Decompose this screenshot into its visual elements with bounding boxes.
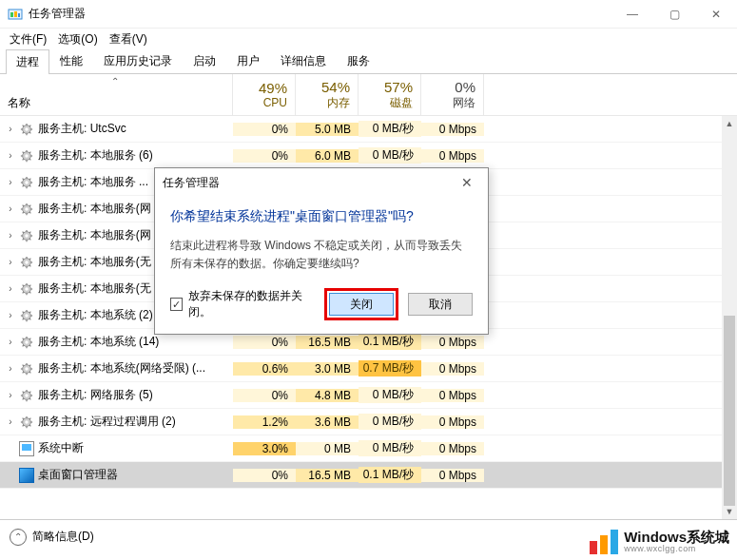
header-network[interactable]: 0% 网络 [421,74,484,115]
watermark-url: www.wxclgg.com [624,545,729,554]
svg-line-12 [23,132,24,133]
fewer-details-link[interactable]: 简略信息(D) [32,529,94,545]
expand-chevron-icon[interactable]: › [6,257,15,267]
dialog-checkbox[interactable]: ✓ 放弃未保存的数据并关闭。 [170,288,315,320]
name-cell: ›服务主机: 本地服务 (6) [0,147,233,164]
header-network-pct: 0% [455,79,475,95]
name-cell: 桌面窗口管理器 [0,467,233,483]
tab-app-history[interactable]: 应用历史记录 [93,48,183,73]
header-memory[interactable]: 54% 内存 [296,74,359,115]
tab-processes[interactable]: 进程 [6,49,49,74]
expand-chevron-icon[interactable]: › [6,124,15,134]
tab-performance[interactable]: 性能 [49,48,93,73]
cell-value: 0.7 MB/秒 [359,360,421,377]
process-name: 桌面窗口管理器 [38,467,118,483]
menu-view[interactable]: 查看(V) [106,29,151,49]
table-row[interactable]: 桌面窗口管理器0%16.5 MB0.1 MB/秒0 Mbps [0,462,737,489]
dialog-cancel-button[interactable]: 取消 [408,293,473,316]
expand-chevron-icon[interactable]: › [6,337,15,347]
svg-line-101 [29,372,30,373]
cell-value: 0.6% [233,362,296,376]
table-row[interactable]: 系统中断3.0%0 MB0 MB/秒0 Mbps [0,435,737,462]
header-name[interactable]: ⌃ 名称 [0,74,233,115]
cell-value: 0% [233,469,296,482]
expand-chevron-icon[interactable]: › [6,310,15,320]
table-row[interactable]: ›服务主机: UtcSvc0%5.0 MB0 MB/秒0 Mbps [0,116,737,143]
svg-line-73 [29,284,30,285]
cell-value: 0.1 MB/秒 [359,467,421,483]
expand-chevron-icon[interactable]: › [6,390,15,400]
cell-value: 0 MB/秒 [359,387,421,403]
dialog-close-action-button[interactable]: 关闭 [329,293,394,316]
cell-value: 0 Mbps [421,442,484,455]
expand-chevron-icon[interactable]: › [6,177,15,187]
cell-value: 3.0% [233,442,296,455]
table-row[interactable]: ›服务主机: 本地服务 (6)0%6.0 MB0 MB/秒0 Mbps [0,143,737,169]
expand-chevron-icon[interactable]: › [6,416,15,427]
gear-icon [19,335,34,350]
cell-value: 0% [233,149,296,163]
table-row[interactable]: ›服务主机: 远程过程调用 (2)1.2%3.6 MB0 MB/秒0 Mbps [0,409,737,435]
tab-startup[interactable]: 启动 [183,48,226,73]
collapse-icon[interactable]: ⌃ [10,529,27,546]
cell-value: 0 MB/秒 [359,440,421,456]
tab-users[interactable]: 用户 [226,48,270,73]
tab-strip: 进程 性能 应用历史记录 启动 用户 详细信息 服务 [0,49,737,74]
header-cpu-pct: 49% [259,80,287,96]
cell-value: 0 Mbps [421,362,484,376]
expand-chevron-icon[interactable]: › [6,363,15,374]
process-name: 服务主机: 本地系统(网络受限) (... [38,360,205,377]
svg-line-31 [29,185,30,186]
gear-icon [19,175,34,190]
tab-details[interactable]: 详细信息 [270,48,337,73]
menu-file[interactable]: 文件(F) [6,29,50,49]
menu-options[interactable]: 选项(O) [54,29,101,49]
svg-line-21 [29,159,30,160]
header-disk[interactable]: 57% 磁盘 [359,74,421,115]
table-row[interactable]: ›服务主机: 本地系统(网络受限) (...0.6%3.0 MB0.7 MB/秒… [0,356,737,382]
svg-line-93 [29,338,30,338]
svg-line-23 [29,151,30,152]
svg-line-90 [23,338,24,338]
svg-point-45 [25,234,29,238]
svg-line-52 [23,239,24,240]
confirm-dialog: 任务管理器 ✕ 你希望结束系统进程"桌面窗口管理器"吗? 结束此进程将导致 Wi… [154,167,489,335]
minimize-button[interactable]: — [611,0,653,29]
cell-value: 0 MB/秒 [359,121,421,137]
vertical-scrollbar[interactable]: ▲ ▼ [722,116,737,519]
process-name: 服务主机: UtcSvc [38,121,126,137]
cell-value: 0% [233,123,296,136]
dialog-close-button[interactable]: ✕ [454,172,480,193]
header-disk-label: 磁盘 [390,95,413,111]
process-name: 服务主机: 本地系统 (14) [38,334,159,350]
expand-chevron-icon[interactable]: › [6,230,15,241]
svg-line-41 [29,212,30,213]
cell-value: 16.5 MB [296,469,359,482]
name-cell: 系统中断 [0,440,233,456]
scroll-up-icon[interactable]: ▲ [722,116,737,131]
table-row[interactable]: ›服务主机: 网络服务 (5)0%4.8 MB0 MB/秒0 Mbps [0,382,737,409]
expand-chevron-icon[interactable]: › [6,203,15,214]
svg-line-83 [29,311,30,312]
scroll-down-icon[interactable]: ▼ [722,504,737,519]
close-button[interactable]: ✕ [695,0,737,29]
tab-services[interactable]: 服务 [337,48,380,73]
name-cell: ›服务主机: 远程过程调用 (2) [0,414,233,430]
svg-point-105 [25,394,29,397]
svg-line-20 [23,151,24,152]
svg-line-111 [29,398,30,399]
scroll-thumb[interactable] [724,316,735,506]
svg-line-22 [23,159,24,160]
cell-value: 0 MB [296,442,359,455]
cell-value: 4.8 MB [296,389,359,402]
maximize-button[interactable]: ▢ [653,0,695,29]
gear-icon [19,228,34,243]
svg-point-35 [25,207,29,211]
expand-chevron-icon[interactable]: › [6,150,15,161]
name-cell: ›服务主机: UtcSvc [0,121,233,137]
name-cell: ›服务主机: 本地系统(网络受限) (... [0,360,233,377]
expand-chevron-icon[interactable]: › [6,283,15,294]
header-disk-pct: 57% [384,79,413,95]
header-cpu[interactable]: 49% CPU [233,74,296,115]
cell-value: 0% [233,389,296,402]
